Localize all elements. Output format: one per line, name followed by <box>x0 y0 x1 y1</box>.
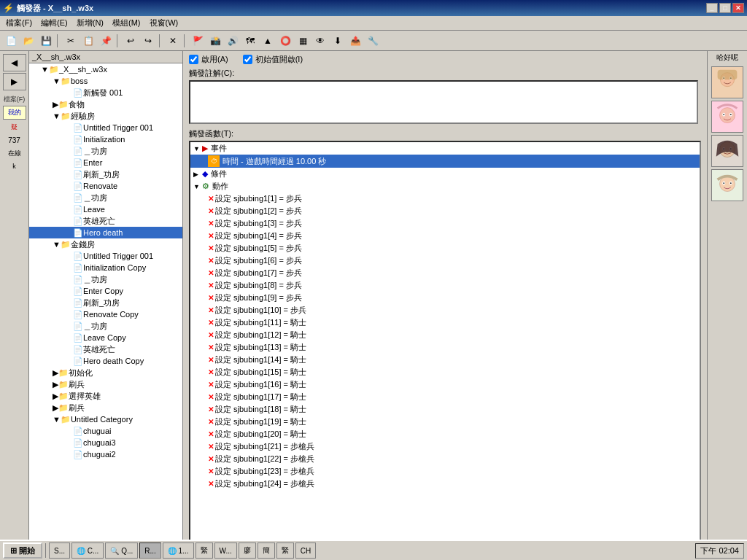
enabled-check-label[interactable]: 啟用(A) <box>189 54 228 65</box>
expand-conditions[interactable]: ▶ <box>193 171 202 178</box>
action-4[interactable]: ✕設定 sjbubing1[4] = 步兵 <box>190 230 700 242</box>
tree-init-folder[interactable]: ▶ 📁 初始化 <box>29 367 182 378</box>
toolbar-flag[interactable]: 🚩 <box>190 33 206 49</box>
minimize-button[interactable]: _ <box>706 3 718 13</box>
action-23[interactable]: ✕設定 sjbubing1[23] = 步槍兵 <box>190 465 700 478</box>
initial-on-check-label[interactable]: 初始值開啟(I) <box>243 54 303 65</box>
toolbar-delete[interactable]: ✕ <box>165 33 181 49</box>
menu-edit[interactable]: 編輯(E) <box>36 16 72 30</box>
action-6[interactable]: ✕設定 sjbubing1[6] = 步兵 <box>190 254 700 267</box>
tree-root[interactable]: ▼ 📁 _X__sh_.w3x <box>29 63 182 75</box>
toolbar-open[interactable]: 📂 <box>20 33 36 49</box>
tree-refresh2[interactable]: 📄 刷新_功房 <box>29 297 182 308</box>
toolbar-new[interactable]: 📄 <box>3 33 19 49</box>
tree-untitled-cat-folder[interactable]: ▼ 📁 Untitled Category <box>29 413 182 425</box>
tree-experience-folder[interactable]: ▼ 📁 經驗房 <box>29 110 182 122</box>
action-1[interactable]: ✕設定 sjbubing1[1] = 步兵 <box>190 192 700 205</box>
action-8[interactable]: ✕設定 sjbubing1[8] = 步兵 <box>190 279 700 292</box>
tree-untitled001b[interactable]: 📄 Untitled Trigger 001 <box>29 250 182 262</box>
action-3[interactable]: ✕設定 sjbubing1[3] = 步兵 <box>190 217 700 230</box>
expand-untitled-cat[interactable]: ▼ <box>53 415 61 424</box>
menu-file[interactable]: 檔案(F) <box>1 16 36 30</box>
taskbar-item-1[interactable]: S... <box>49 542 70 559</box>
avatar-3[interactable] <box>711 135 743 167</box>
tree-expand-root[interactable]: ▼ <box>41 65 49 74</box>
toolbar-cut[interactable]: ✂ <box>63 33 79 49</box>
tree-renovate-copy[interactable]: 📄 Renovate Copy <box>29 308 182 320</box>
action-9[interactable]: ✕設定 sjbubing1[9] = 步兵 <box>190 292 700 304</box>
expand-experience[interactable]: ▼ <box>53 112 61 120</box>
action-11[interactable]: ✕設定 sjbubing1[11] = 騎士 <box>190 316 700 329</box>
tree-hero-death-cn2[interactable]: 📄 英雄死亡 <box>29 343 182 355</box>
tree-enter[interactable]: 📄 Enter <box>29 157 182 168</box>
events-header[interactable]: ▼ ▶ 事件 <box>190 142 700 155</box>
taskbar-item-11[interactable]: CH <box>295 542 316 559</box>
action-22[interactable]: ✕設定 sjbubing1[22] = 步槍兵 <box>190 453 700 465</box>
taskbar-item-5[interactable]: 🌐 1... <box>163 542 194 559</box>
expand-init[interactable]: ▶ <box>53 368 58 378</box>
tree-leave-copy[interactable]: 📄 Leave Copy <box>29 332 182 343</box>
avatar-2[interactable] <box>711 101 743 133</box>
event-time-item[interactable]: ⏱ 時間 - 遊戲時間經過 10.00 秒 <box>190 155 700 168</box>
tree-select-hero-folder[interactable]: ▶ 📁 選擇英雄 <box>29 390 182 402</box>
menu-module[interactable]: 模組(M) <box>108 16 145 30</box>
tree-func4[interactable]: 📄 ＿功房 <box>29 320 182 332</box>
tree-hero-death-cn[interactable]: 📄 英雄死亡 <box>29 215 182 227</box>
toolbar-extra[interactable]: 🔧 <box>365 33 381 49</box>
taskbar-item-7[interactable]: W... <box>214 542 237 559</box>
tree-gold-folder[interactable]: ▼ 📁 金錢房 <box>29 238 182 250</box>
action-10[interactable]: ✕設定 sjbubing1[10] = 步兵 <box>190 304 700 316</box>
toolbar-save[interactable]: 💾 <box>38 33 54 49</box>
toolbar-download[interactable]: ⬇ <box>330 33 346 49</box>
action-14[interactable]: ✕設定 sjbubing1[14] = 騎士 <box>190 354 700 366</box>
action-13[interactable]: ✕設定 sjbubing1[13] = 騎士 <box>190 341 700 354</box>
action-15[interactable]: ✕設定 sjbubing1[15] = 騎士 <box>190 366 700 378</box>
action-18[interactable]: ✕設定 sjbubing1[18] = 騎士 <box>190 403 700 416</box>
toolbar-grid[interactable]: ▦ <box>295 33 311 49</box>
expand-soldiers1[interactable]: ▶ <box>53 380 58 389</box>
taskbar-item-6[interactable]: 緊 <box>196 542 213 559</box>
avatar-1[interactable] <box>711 66 743 98</box>
expand-actions[interactable]: ▼ <box>193 183 202 190</box>
taskbar-item-8[interactable]: 廖 <box>239 542 256 559</box>
tree-refresh[interactable]: 📄 刷新_功房 <box>29 168 182 180</box>
toolbar-paste[interactable]: 📌 <box>98 33 114 49</box>
action-24[interactable]: ✕設定 sjbubing1[24] = 步槍兵 <box>190 478 700 490</box>
taskbar-item-4[interactable]: R... <box>139 542 161 559</box>
tree-renovate[interactable]: 📄 Renovate <box>29 180 182 192</box>
tree-new-trigger[interactable]: 📄 新觸發 001 <box>29 87 182 98</box>
tree-hero-death-copy[interactable]: 📄 Hero death Copy <box>29 355 182 367</box>
tree-leave[interactable]: 📄 Leave <box>29 203 182 215</box>
toolbar-sound[interactable]: 🔊 <box>225 33 241 49</box>
tree-enter-copy[interactable]: 📄 Enter Copy <box>29 285 182 297</box>
toolbar-map[interactable]: 🗺 <box>242 33 258 49</box>
tree-chuguai3[interactable]: 📄 chuguai3 <box>29 437 182 448</box>
taskbar-item-2[interactable]: 🌐 C... <box>71 542 104 559</box>
tree-soldiers1-folder[interactable]: ▶ 📁 刷兵 <box>29 378 182 390</box>
menu-new[interactable]: 新增(N) <box>72 16 108 30</box>
action-17[interactable]: ✕設定 sjbubing1[17] = 騎士 <box>190 391 700 403</box>
enabled-checkbox[interactable] <box>189 55 198 64</box>
action-2[interactable]: ✕設定 sjbubing1[2] = 步兵 <box>190 205 700 217</box>
tree-init-copy[interactable]: 📄 Initialization Copy <box>29 262 182 273</box>
nav-forward[interactable]: ▶ <box>3 73 26 90</box>
expand-soldiers2[interactable]: ▶ <box>53 403 58 413</box>
tree-untitled001[interactable]: 📄 Untitled Trigger 001 <box>29 122 182 133</box>
expand-events[interactable]: ▼ <box>193 145 202 152</box>
toolbar-circle[interactable]: ⭕ <box>277 33 293 49</box>
conditions-header[interactable]: ▶ ◆ 條件 <box>190 168 700 180</box>
tree-initialization[interactable]: 📄 Initialization <box>29 133 182 145</box>
maximize-button[interactable]: □ <box>719 3 731 13</box>
action-19[interactable]: ✕設定 sjbubing1[19] = 騎士 <box>190 416 700 428</box>
tree-func1[interactable]: 📄 ＿功房 <box>29 145 182 157</box>
action-12[interactable]: ✕設定 sjbubing1[12] = 騎士 <box>190 329 700 341</box>
tree-func3[interactable]: 📄 ＿功房 <box>29 273 182 285</box>
avatar-4[interactable] <box>711 169 743 201</box>
tree-soldiers2-folder[interactable]: ▶ 📁 刷兵 <box>29 402 182 413</box>
expand-boss[interactable]: ▼ <box>53 77 61 85</box>
expand-select-hero[interactable]: ▶ <box>53 392 58 401</box>
action-20[interactable]: ✕設定 sjbubing1[20] = 騎士 <box>190 428 700 440</box>
toolbar-redo[interactable]: ↪ <box>140 33 156 49</box>
initial-on-checkbox[interactable] <box>243 55 252 64</box>
action-21[interactable]: ✕設定 sjbubing1[21] = 步槍兵 <box>190 440 700 453</box>
